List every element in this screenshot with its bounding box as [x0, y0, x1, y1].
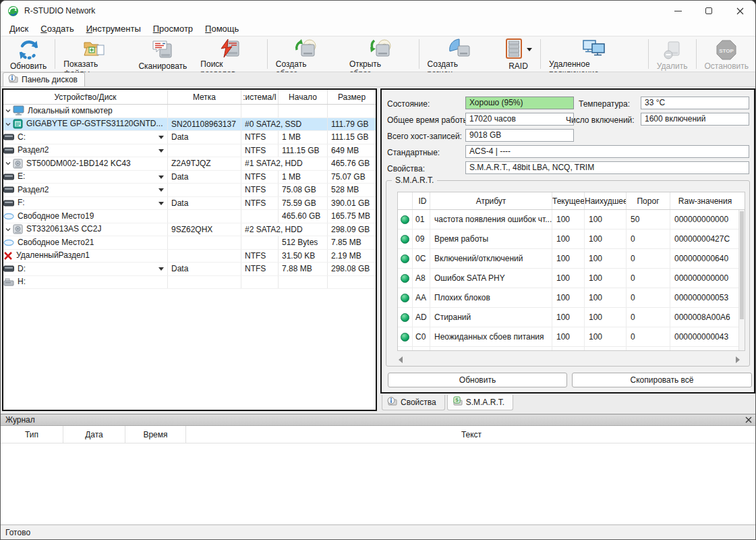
column-header-worst[interactable]: Наихудшее — [585, 192, 627, 209]
smart-table-row[interactable]: C0 Неожиданных сбоев питания 100 100 0 0… — [398, 327, 745, 347]
chevron-down-icon[interactable] — [158, 176, 164, 179]
chevron-down-icon[interactable] — [527, 48, 532, 51]
menu-view[interactable]: Просмотр — [147, 22, 199, 35]
open-image-button[interactable]: Открыть образ... — [343, 36, 417, 72]
uptime-label: Общее время работы: — [387, 115, 471, 125]
table-row[interactable]: H: — [3, 276, 376, 290]
copy-all-button[interactable]: Скопировать всё — [572, 373, 752, 387]
tab-disk-panel[interactable]: Панель дисков — [3, 72, 85, 86]
title-bar: R-STUDIO Network — [1, 1, 755, 21]
column-header-raw[interactable]: Raw-значения — [670, 192, 740, 209]
app-window: R-STUDIO Network Диск Создать Инструмент… — [0, 0, 756, 540]
chevron-down-icon[interactable] — [158, 267, 164, 271]
smart-table-row[interactable]: 09 Время работы 100 100 0 00000000427C — [398, 230, 745, 249]
maximize-button[interactable] — [693, 1, 724, 21]
expand-caret-icon[interactable] — [3, 226, 13, 233]
menu-create[interactable]: Создать — [34, 22, 80, 35]
tab-smart[interactable]: S S.M.A.R.T. — [447, 395, 513, 410]
menu-bar: Диск Создать Инструменты Просмотр Помощь — [1, 21, 755, 36]
smart-table-row-partial — [398, 347, 745, 351]
search-partitions-button[interactable]: Поиск разделов — [194, 36, 265, 72]
partition-icon — [3, 173, 14, 180]
column-header-time[interactable]: Время — [125, 426, 186, 443]
tab-properties[interactable]: Свойства — [382, 395, 445, 410]
device-tree-panel: Устройство/Диск Метка :истема/I Начало Р… — [2, 88, 377, 411]
column-header-id[interactable]: ID — [413, 192, 430, 209]
expand-caret-icon[interactable] — [3, 121, 13, 128]
refresh-button[interactable]: Обновить — [3, 36, 53, 72]
column-header-type[interactable]: Тип — [1, 426, 63, 443]
menu-tools[interactable]: Инструменты — [80, 22, 147, 35]
column-header-attribute[interactable]: Атрибут — [430, 192, 552, 209]
table-row[interactable]: Свободное Место21 512 Bytes 7.85 MB — [3, 236, 376, 250]
table-row[interactable]: E: Data NTFS 1 MB 75.07 GB — [3, 171, 376, 184]
info-icon — [386, 396, 397, 408]
minimize-button[interactable] — [662, 1, 693, 21]
show-files-icon — [82, 38, 106, 59]
smart-table-row[interactable]: A8 Ошибок SATA PHY 100 100 0 00000000000… — [398, 269, 745, 288]
create-image-button[interactable]: Создать образ... — [269, 36, 343, 72]
table-row[interactable]: Раздел2 NTFS 111.15 GB 649 MB — [3, 144, 376, 158]
column-header-text[interactable]: Текст — [186, 426, 756, 443]
menu-help[interactable]: Помощь — [199, 22, 245, 35]
column-header-label[interactable]: Метка — [168, 90, 241, 104]
view-tab-bar: Панель дисков — [1, 72, 755, 87]
table-row-selected[interactable]: GIGABYTE GP-GSTFS31120GNTD... SN20110896… — [3, 118, 376, 132]
toolbar: Обновить Показать файлы Сканировать Поис… — [1, 36, 755, 72]
info-icon — [7, 74, 18, 86]
scan-button[interactable]: Сканировать — [132, 36, 194, 72]
smart-table-header: ID Атрибут Текущее Наихудшее Порог Raw-з… — [398, 192, 745, 210]
smart-table-row[interactable]: AD Стираний 100 100 0 0000008A00A6 — [398, 308, 745, 327]
refresh-smart-button[interactable]: Обновить — [388, 373, 567, 387]
raid-button[interactable]: RAID — [498, 36, 539, 72]
column-header-start[interactable]: Начало — [279, 90, 328, 104]
chevron-down-icon[interactable] — [158, 202, 164, 205]
table-row[interactable]: C: Data NTFS 1 MB 111.15 GB — [3, 131, 376, 144]
chevron-down-icon[interactable] — [158, 149, 164, 153]
column-header-threshold[interactable]: Порог — [627, 192, 670, 209]
table-row[interactable]: ST500DM002-1BD142 KC43 Z2A9TJQZ #1 SATA2… — [3, 157, 376, 171]
close-button[interactable] — [724, 1, 755, 21]
free-space-icon — [3, 213, 14, 220]
table-row[interactable]: Локальный компьютер — [3, 105, 376, 118]
partition-icon — [3, 147, 14, 154]
free-space-icon — [3, 239, 14, 246]
scrollbar-thumb[interactable] — [740, 211, 744, 319]
close-log-icon[interactable] — [745, 416, 752, 423]
toolbar-separator — [648, 39, 649, 69]
expand-caret-icon[interactable] — [3, 160, 13, 167]
vertical-scrollbar[interactable] — [738, 210, 745, 350]
sort-ascending-icon — [83, 88, 90, 100]
smart-table-row[interactable]: 0C Включений/отключений 100 100 0 000000… — [398, 249, 745, 269]
table-row[interactable]: УдаленныйРаздел1 NTFS 31.50 KB 2.19 MB — [3, 250, 376, 263]
status-ok-icon — [401, 235, 409, 244]
table-row[interactable]: Свободное Место19 465.60 GB 165.75 MB — [3, 210, 376, 223]
toolbar-button-label: Обновить — [10, 61, 47, 71]
table-row[interactable]: ST3320613AS CC2J 9SZ62QHX #2 SATA2, HDD … — [3, 223, 376, 237]
smart-table-row[interactable]: AA Плохих блоков 100 100 0 000000000053 — [398, 288, 745, 308]
smart-table-row[interactable]: 01 частота появления ошибок чт... 100 10… — [398, 210, 745, 230]
scroll-right-arrow-icon[interactable] — [736, 356, 740, 363]
column-header-status[interactable] — [398, 192, 413, 209]
hdd-icon — [13, 159, 23, 169]
column-header-size[interactable]: Размер — [328, 90, 376, 104]
state-label: Состояние: — [387, 99, 430, 109]
smart-tab-icon: S — [452, 396, 463, 408]
table-row[interactable]: Раздел2 NTFS 75.08 GB 528 MB — [3, 184, 376, 197]
column-header-date[interactable]: Дата — [63, 426, 125, 443]
show-files-button[interactable]: Показать файлы — [57, 36, 132, 72]
status-ok-icon — [401, 313, 409, 322]
menu-disk[interactable]: Диск — [3, 22, 34, 35]
table-row[interactable]: F: Data NTFS 75.59 GB 390.01 GB — [3, 197, 376, 211]
scroll-left-arrow-icon[interactable] — [399, 356, 403, 363]
create-region-button[interactable]: Создать регион... — [421, 36, 498, 72]
remote-connection-button[interactable]: Удаленное подключение — [542, 36, 647, 72]
partition-icon — [3, 200, 14, 207]
chevron-down-icon[interactable] — [158, 188, 164, 192]
column-header-filesystem[interactable]: :истема/I — [241, 90, 279, 104]
expand-caret-icon[interactable] — [3, 107, 13, 114]
table-row[interactable]: D: Data NTFS 7.88 MB 298.08 GB — [3, 263, 376, 276]
chevron-down-icon[interactable] — [158, 136, 164, 139]
hdd-icon — [13, 224, 23, 234]
column-header-current[interactable]: Текущее — [552, 192, 585, 209]
